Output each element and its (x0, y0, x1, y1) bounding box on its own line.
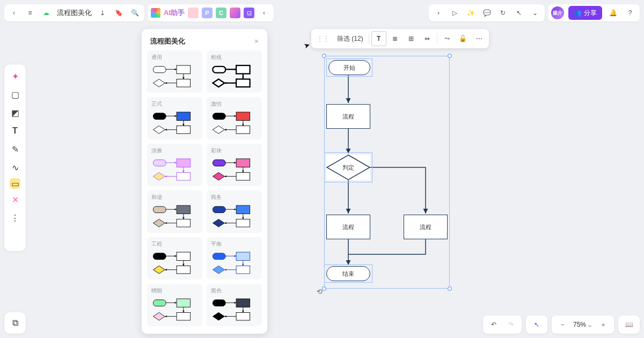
svg-marker-47 (182, 217, 185, 219)
back-button[interactable]: ‹ (8, 6, 20, 19)
tool-more[interactable]: ⋮ (8, 210, 23, 225)
style-card-6[interactable]: 和谐 (147, 190, 202, 233)
svg-marker-25 (235, 115, 237, 117)
tool-connector[interactable]: ∿ (8, 160, 23, 175)
redo-button[interactable]: ↷ (504, 318, 517, 331)
svg-marker-61 (182, 264, 185, 266)
play-button[interactable]: ▷ (448, 6, 461, 19)
chat-button[interactable]: 💬 (480, 6, 493, 19)
cursor-mode-button[interactable]: ↖ (513, 6, 525, 19)
help-button[interactable]: ? (624, 6, 636, 19)
rotate-handle-icon[interactable]: ⟲ (317, 288, 323, 296)
ai-rainbow-icon[interactable] (151, 8, 160, 18)
menu-button[interactable]: ≡ (24, 6, 36, 19)
tool-frame[interactable]: ▢ (8, 87, 23, 102)
svg-marker-20 (165, 129, 167, 131)
svg-marker-58 (153, 266, 165, 274)
lock-button[interactable]: 🔓 (456, 31, 471, 46)
peach-app-icon[interactable] (188, 8, 199, 18)
beautify-panel: 流程图美化 × 通用 粗线 正式 激情 (142, 29, 267, 334)
style-card-1[interactable]: 粗线 (207, 50, 262, 93)
svg-rect-42 (153, 207, 166, 213)
pointer-mode-button[interactable]: ↖ (530, 318, 543, 331)
p-app-icon[interactable]: P (202, 8, 213, 18)
comment-app-icon[interactable]: ⊡ (244, 8, 254, 18)
svg-rect-28 (153, 160, 166, 166)
top-right: › ▷ ✨ 💬 ↻ ↖ ⌄ 媒介 👥分享 🔔 ? (429, 4, 640, 21)
expand-button[interactable]: › (432, 6, 445, 19)
svg-marker-19 (182, 124, 185, 126)
tool-apps-grid[interactable] (10, 236, 20, 247)
svg-rect-57 (177, 252, 190, 260)
node-decision-selection (324, 152, 372, 182)
style-card-label: 和谐 (150, 194, 199, 201)
tool-shapes[interactable]: ✦ (8, 69, 23, 84)
share-button[interactable]: 👥分享 (568, 6, 602, 20)
node-process-2[interactable]: 流程 (326, 215, 370, 239)
filter-button[interactable]: 筛选 (12) (334, 31, 367, 46)
style-card-label: 正式 (150, 100, 199, 108)
svg-marker-72 (153, 312, 165, 320)
fit-view-button[interactable]: 📖 (623, 318, 635, 331)
history-button[interactable]: ↻ (496, 6, 509, 19)
align-button[interactable]: ≣ (387, 31, 402, 46)
more-button[interactable]: ⋯ (472, 31, 487, 46)
ai-assistant-label[interactable]: AI助手 (164, 8, 185, 18)
tool-sticky[interactable]: ▭ (10, 178, 20, 189)
group-button[interactable]: ⊞ (404, 31, 419, 46)
svg-marker-69 (224, 269, 226, 271)
node-process-3[interactable]: 流程 (404, 215, 448, 239)
cloud-sync-icon: ☁ (40, 6, 53, 19)
svg-rect-31 (177, 172, 190, 180)
search-button[interactable]: 🔍 (128, 6, 141, 19)
node-start-selection (326, 58, 372, 77)
download-button[interactable]: ⤓ (96, 6, 109, 19)
style-card-3[interactable]: 激情 (207, 97, 262, 139)
svg-marker-55 (224, 222, 226, 224)
avatar[interactable]: 媒介 (551, 6, 564, 19)
connector-button[interactable]: ⤳ (440, 31, 455, 46)
style-card-5[interactable]: 彩块 (207, 144, 262, 186)
style-card-10[interactable]: 晴朗 (147, 284, 202, 326)
drag-handle[interactable]: ⋮⋮ (313, 31, 333, 46)
style-card-0[interactable]: 通用 (147, 50, 202, 93)
panel-close-button[interactable]: × (254, 37, 259, 46)
undo-button[interactable]: ↶ (487, 318, 500, 331)
style-card-label: 激情 (210, 100, 259, 108)
style-card-9[interactable]: 平衡 (207, 237, 262, 280)
svg-marker-83 (224, 315, 226, 318)
tool-container[interactable]: ◩ (8, 105, 23, 120)
bell-button[interactable]: 🔔 (606, 6, 619, 19)
selection-toolbar: ⋮⋮ 筛选 (12) T ≣ ⊞ ⇔ ⤳ 🔓 ⋯ (311, 29, 489, 48)
sparkle-button[interactable]: ✨ (464, 6, 477, 19)
spacing-button[interactable]: ⇔ (420, 31, 435, 46)
tag-button[interactable]: 🔖 (112, 6, 125, 19)
node-process-1[interactable]: 流程 (326, 104, 370, 129)
tool-text[interactable]: T (8, 123, 23, 138)
layers-button[interactable]: ⧉ (8, 315, 23, 330)
svg-rect-38 (236, 172, 250, 180)
zoom-level[interactable]: 75%⌄ (573, 321, 592, 328)
svg-rect-8 (236, 65, 250, 74)
svg-marker-46 (175, 208, 177, 210)
text-style-button[interactable]: T (371, 31, 386, 46)
style-card-11[interactable]: 黑色 (207, 284, 262, 326)
svg-rect-10 (236, 79, 250, 87)
doc-title[interactable]: 流程图美化 (56, 8, 93, 18)
zoom-in-button[interactable]: ＋ (597, 318, 610, 331)
style-card-4[interactable]: 淡雅 (147, 144, 202, 186)
svg-marker-40 (242, 171, 244, 173)
c-app-icon[interactable]: C (216, 8, 226, 18)
apps-collapse-button[interactable]: ‹ (258, 6, 270, 19)
style-card-7[interactable]: 商务 (207, 190, 262, 233)
svg-marker-18 (175, 115, 177, 117)
theme-app-icon[interactable] (230, 8, 240, 18)
style-card-8[interactable]: 工程 (147, 237, 202, 280)
zoom-out-button[interactable]: − (556, 318, 569, 331)
tool-delete[interactable]: ✕ (8, 192, 23, 207)
tool-pen[interactable]: ✎ (8, 142, 23, 157)
svg-rect-24 (236, 126, 250, 134)
style-card-2[interactable]: 正式 (147, 97, 202, 139)
more-chev-button[interactable]: ⌄ (529, 6, 541, 19)
svg-marker-26 (242, 124, 244, 126)
